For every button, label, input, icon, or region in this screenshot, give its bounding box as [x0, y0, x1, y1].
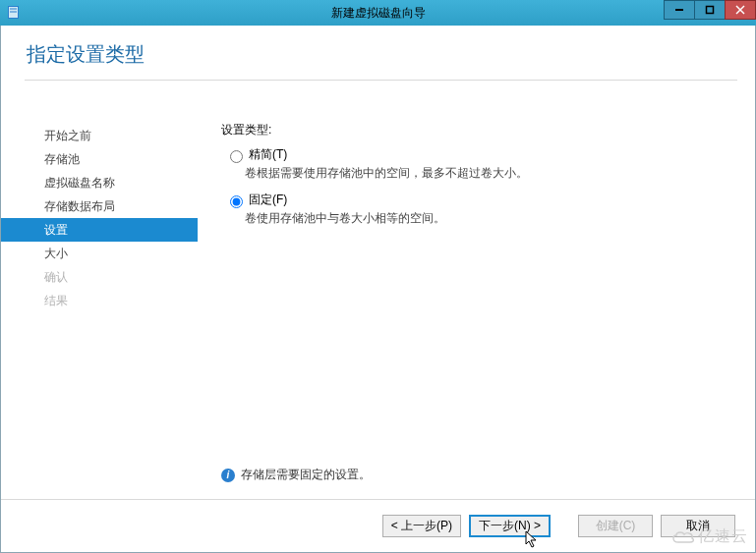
window-controls — [665, 0, 756, 20]
body: 开始之前 存储池 虚拟磁盘名称 存储数据布局 设置 大小 确认 结果 设置类型:… — [1, 118, 755, 499]
cancel-button[interactable]: 取消 — [661, 515, 735, 537]
settings-panel: 设置类型: 精简(T) 卷根据需要使用存储池中的空间，最多不超过卷大小。 固定(… — [198, 118, 755, 499]
minimize-button[interactable] — [664, 0, 695, 20]
info-icon: i — [221, 469, 235, 482]
title-bar: 新建虚拟磁盘向导 — [0, 0, 756, 26]
info-text: 存储层需要固定的设置。 — [241, 467, 371, 483]
divider — [25, 80, 737, 81]
nav-item-results: 结果 — [1, 289, 198, 312]
minimize-icon — [674, 5, 684, 15]
option-fixed-label: 固定(F) — [249, 192, 287, 208]
panel-title: 设置类型: — [221, 122, 727, 138]
wizard-nav: 开始之前 存储池 虚拟磁盘名称 存储数据布局 设置 大小 确认 结果 — [1, 118, 198, 499]
option-thin-label: 精简(T) — [249, 146, 287, 163]
nav-item-name[interactable]: 虚拟磁盘名称 — [1, 171, 198, 194]
page-heading: 指定设置类型 — [1, 26, 755, 80]
svg-rect-4 — [707, 7, 714, 14]
nav-item-before[interactable]: 开始之前 — [1, 124, 198, 147]
option-thin[interactable]: 精简(T) — [225, 146, 727, 163]
nav-item-settings[interactable]: 设置 — [1, 218, 198, 242]
radio-thin[interactable] — [230, 150, 243, 163]
info-message: i 存储层需要固定的设置。 — [221, 467, 371, 483]
next-button[interactable]: 下一步(N) > — [469, 515, 551, 537]
window-title: 新建虚拟磁盘向导 — [0, 5, 756, 22]
nav-item-layout[interactable]: 存储数据布局 — [1, 194, 198, 218]
option-fixed[interactable]: 固定(F) — [225, 192, 727, 208]
prev-button[interactable]: < 上一步(P) — [382, 515, 461, 537]
footer: < 上一步(P) 下一步(N) > 创建(C) 取消 — [1, 499, 755, 552]
close-icon — [735, 5, 745, 15]
option-thin-description: 卷根据需要使用存储池中的空间，最多不超过卷大小。 — [245, 165, 727, 182]
close-button[interactable] — [725, 0, 756, 20]
maximize-icon — [705, 5, 715, 15]
option-fixed-description: 卷使用存储池中与卷大小相等的空间。 — [245, 210, 727, 227]
nav-item-size[interactable]: 大小 — [1, 242, 198, 265]
nav-item-pool[interactable]: 存储池 — [1, 147, 198, 171]
maximize-button[interactable] — [694, 0, 726, 20]
radio-fixed[interactable] — [230, 195, 243, 208]
create-button: 创建(C) — [578, 515, 653, 537]
content-area: 指定设置类型 开始之前 存储池 虚拟磁盘名称 存储数据布局 设置 大小 确认 结… — [0, 26, 756, 553]
app-icon — [6, 5, 22, 21]
nav-item-confirm: 确认 — [1, 265, 198, 289]
